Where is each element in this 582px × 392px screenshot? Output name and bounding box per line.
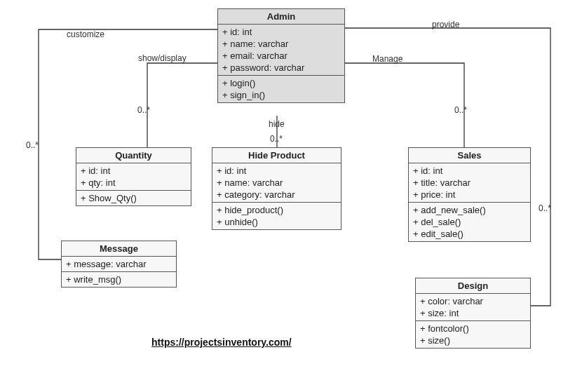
edge-label-showdisplay: show/display (138, 53, 187, 63)
op: + sign_in() (222, 89, 340, 101)
attr: + name: varchar (217, 177, 337, 189)
edge-mult-provide: 0..* (539, 203, 551, 213)
op: + fontcolor() (420, 323, 526, 334)
class-admin-operations: + login() + sign_in() (218, 76, 344, 102)
op: + write_msg() (66, 273, 172, 285)
class-design: Design + color: varchar + size: int + fo… (415, 278, 531, 349)
attr: + price: int (413, 189, 526, 201)
edge-mult-hide: 0..* (270, 134, 283, 144)
attr: + id: int (413, 165, 526, 177)
class-admin: Admin + id: int + name: varchar + email:… (217, 8, 345, 103)
attr: + title: varchar (413, 177, 526, 189)
edge-mult-customize: 0..* (26, 140, 39, 150)
edge-label-hide: hide (269, 119, 285, 129)
attr: + email: varchar (222, 50, 340, 62)
op: + unhide() (217, 216, 337, 228)
class-sales-title: Sales (409, 148, 530, 163)
class-design-operations: + fontcolor() + size() (416, 321, 530, 348)
op: + hide_product() (217, 204, 337, 216)
attr: + id: int (81, 165, 187, 177)
class-message: Message + message: varchar + write_msg() (61, 241, 177, 288)
op: + Show_Qty() (81, 192, 187, 204)
class-admin-attributes: + id: int + name: varchar + email: varch… (218, 25, 344, 76)
attr: + qty: int (81, 177, 187, 189)
class-message-title: Message (62, 241, 176, 257)
class-design-attributes: + color: varchar + size: int (416, 294, 530, 321)
class-design-title: Design (416, 278, 530, 294)
class-quantity: Quantity + id: int + qty: int + Show_Qty… (76, 147, 191, 206)
op: + add_new_sale() (413, 204, 526, 216)
attr: + message: varchar (66, 258, 172, 270)
attr: + name: varchar (222, 38, 340, 50)
class-admin-title: Admin (218, 9, 344, 25)
edge-mult-showdisplay: 0..* (137, 105, 150, 115)
class-message-operations: + write_msg() (62, 272, 176, 287)
class-quantity-attributes: + id: int + qty: int (76, 163, 191, 191)
edge-label-manage: Manage (372, 54, 402, 64)
class-quantity-title: Quantity (76, 148, 191, 163)
edge-label-customize: customize (67, 29, 104, 39)
attr: + category: varchar (217, 189, 337, 201)
class-hide-product: Hide Product + id: int + name: varchar +… (212, 147, 341, 230)
op: + del_sale() (413, 216, 526, 228)
op: + edit_sale() (413, 228, 526, 240)
attr: + color: varchar (420, 295, 526, 307)
attr: + id: int (217, 165, 337, 177)
class-sales-operations: + add_new_sale() + del_sale() + edit_sal… (409, 203, 530, 241)
footer-link[interactable]: https://projectsinventory.com/ (151, 337, 292, 348)
attr: + id: int (222, 26, 340, 38)
attr: + password: varchar (222, 62, 340, 74)
op: + login() (222, 77, 340, 89)
class-quantity-operations: + Show_Qty() (76, 191, 191, 205)
class-sales: Sales + id: int + title: varchar + price… (408, 147, 531, 242)
class-sales-attributes: + id: int + title: varchar + price: int (409, 163, 530, 203)
edge-mult-manage: 0..* (454, 105, 467, 115)
class-hide-product-title: Hide Product (212, 148, 341, 163)
class-hide-product-attributes: + id: int + name: varchar + category: va… (212, 163, 341, 203)
edge-label-provide: provide (432, 20, 459, 29)
class-message-attributes: + message: varchar (62, 257, 176, 272)
op: + size() (420, 334, 526, 346)
class-hide-product-operations: + hide_product() + unhide() (212, 203, 341, 229)
attr: + size: int (420, 307, 526, 319)
uml-class-diagram: customize 0..* show/display 0..* hide 0.… (0, 0, 582, 392)
